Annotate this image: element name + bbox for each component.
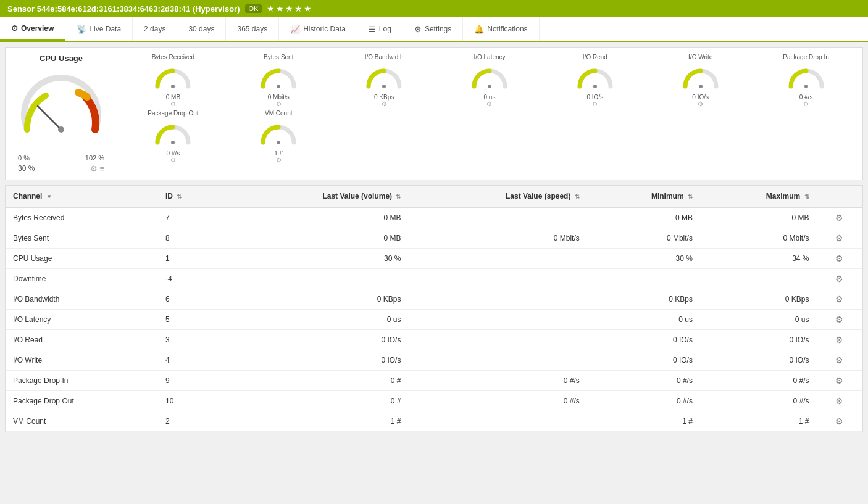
tab-30days[interactable]: 30 days — [177, 17, 226, 41]
cell-settings[interactable]: ⚙ — [817, 249, 863, 269]
row-settings-icon[interactable]: ⚙ — [835, 274, 843, 284]
svg-point-10 — [277, 141, 280, 144]
cell-maximum: 0 MB — [700, 207, 817, 228]
tab-2days[interactable]: 2 days — [133, 17, 177, 41]
tab-settings[interactable]: ⚙ Settings — [403, 17, 463, 41]
cell-settings[interactable]: ⚙ — [817, 350, 863, 371]
cell-channel: Downtime — [6, 269, 158, 289]
sensor-title: Sensor 544e:584e:612d:3161:3834:6463:2d3… — [7, 4, 240, 14]
row-settings-icon[interactable]: ⚙ — [835, 376, 843, 386]
cell-maximum — [700, 269, 817, 289]
cell-maximum: 0 IO/s — [700, 330, 817, 350]
row-settings-icon[interactable]: ⚙ — [835, 315, 843, 324]
gauge-io-write: I/O Write 0 IO/s ⚙ — [650, 54, 751, 107]
cell-last-speed — [408, 310, 586, 330]
cell-maximum: 0 KBps — [700, 289, 817, 310]
cpu-gauge-title: CPU Usage — [40, 54, 83, 63]
cell-last-volume: 0 KBps — [220, 289, 408, 310]
cell-minimum: 0 IO/s — [587, 350, 700, 371]
cell-minimum: 0 #/s — [587, 371, 700, 391]
tab-log[interactable]: ☰ Log — [357, 17, 403, 41]
cell-last-speed — [408, 269, 586, 289]
cell-last-speed — [408, 289, 586, 310]
col-minimum[interactable]: Minimum ⇅ — [587, 186, 700, 207]
col-last-volume[interactable]: Last Value (volume) ⇅ — [220, 186, 408, 207]
cell-channel: Package Drop Out — [6, 391, 158, 411]
tab-historic-data[interactable]: 📈 Historic Data — [279, 17, 357, 41]
cell-last-speed — [408, 411, 586, 432]
channels-table: Channel ▼ ID ⇅ Last Value (volume) ⇅ Las… — [6, 186, 862, 432]
table-row: I/O Read 3 0 IO/s 0 IO/s 0 IO/s ⚙ — [6, 330, 862, 350]
cell-minimum — [587, 269, 700, 289]
table-row: Bytes Received 7 0 MB 0 MB 0 MB ⚙ — [6, 207, 862, 228]
cell-minimum: 30 % — [587, 249, 700, 269]
svg-point-8 — [804, 85, 808, 88]
cell-settings[interactable]: ⚙ — [817, 207, 863, 228]
tab-live-data-label: Live Data — [90, 25, 121, 33]
svg-point-3 — [277, 85, 280, 88]
svg-point-6 — [593, 85, 597, 88]
channels-table-section: Channel ▼ ID ⇅ Last Value (volume) ⇅ Las… — [5, 185, 863, 432]
cell-channel: I/O Bandwidth — [6, 289, 158, 310]
cell-id: 2 — [158, 411, 220, 432]
cell-channel: VM Count — [6, 411, 158, 432]
tab-2days-label: 2 days — [144, 25, 165, 33]
gauge-package-drop-out: Package Drop Out 0 #/s ⚙ — [123, 110, 223, 163]
cell-maximum: 1 # — [700, 411, 817, 432]
col-maximum[interactable]: Maximum ⇅ — [700, 186, 817, 207]
col-last-speed[interactable]: Last Value (speed) ⇅ — [408, 186, 586, 207]
row-settings-icon[interactable]: ⚙ — [835, 294, 843, 304]
tab-overview-label: Overview — [21, 24, 54, 33]
col-actions — [817, 186, 863, 207]
tab-log-label: Log — [379, 25, 391, 33]
cell-settings[interactable]: ⚙ — [817, 371, 863, 391]
row-settings-icon[interactable]: ⚙ — [835, 213, 843, 223]
tab-notifications[interactable]: 🔔 Notifications — [463, 17, 539, 41]
row-settings-icon[interactable]: ⚙ — [835, 233, 843, 243]
svg-point-1 — [58, 126, 64, 133]
tab-365days[interactable]: 365 days — [226, 17, 279, 41]
gauge-bytes-sent: Bytes Sent 0 Mbit/s ⚙ — [228, 54, 329, 107]
col-id[interactable]: ID ⇅ — [158, 186, 220, 207]
svg-line-0 — [38, 106, 61, 130]
cpu-settings-icons[interactable]: ⚙ ≡ — [90, 164, 104, 173]
gauge-io-latency: I/O Latency 0 us ⚙ — [440, 54, 540, 107]
table-row: Bytes Sent 8 0 MB 0 Mbit/s 0 Mbit/s 0 Mb… — [6, 228, 862, 249]
col-channel[interactable]: Channel ▼ — [6, 186, 158, 207]
cell-channel: Bytes Sent — [6, 228, 158, 249]
cell-maximum: 0 #/s — [700, 371, 817, 391]
tab-overview[interactable]: ⊙ Overview — [0, 17, 65, 41]
row-settings-icon[interactable]: ⚙ — [835, 396, 843, 406]
cell-settings[interactable]: ⚙ — [817, 330, 863, 350]
cell-id: 10 — [158, 391, 220, 411]
cell-settings[interactable]: ⚙ — [817, 228, 863, 249]
cell-maximum: 0 IO/s — [700, 350, 817, 371]
cell-last-speed: 0 Mbit/s — [408, 228, 586, 249]
cell-last-volume: 0 MB — [220, 207, 408, 228]
historic-icon: 📈 — [290, 25, 300, 34]
row-settings-icon[interactable]: ⚙ — [835, 355, 843, 365]
cell-settings[interactable]: ⚙ — [817, 391, 863, 411]
cell-settings[interactable]: ⚙ — [817, 289, 863, 310]
gauge-io-bandwidth: I/O Bandwidth 0 KBps ⚙ — [334, 54, 435, 107]
tab-live-data[interactable]: 📡 Live Data — [65, 17, 133, 41]
cell-last-speed — [408, 330, 586, 350]
cell-minimum: 0 us — [587, 310, 700, 330]
cell-settings[interactable]: ⚙ — [817, 310, 863, 330]
gauge-io-read: I/O Read 0 IO/s ⚙ — [545, 54, 645, 107]
cell-maximum: 0 us — [700, 310, 817, 330]
cell-settings[interactable]: ⚙ — [817, 411, 863, 432]
cell-settings[interactable]: ⚙ — [817, 269, 863, 289]
row-settings-icon[interactable]: ⚙ — [835, 416, 843, 426]
cell-id: 1 — [158, 249, 220, 269]
cell-minimum: 0 Mbit/s — [587, 228, 700, 249]
table-row: Downtime -4 ⚙ — [6, 269, 862, 289]
cell-last-volume: 0 # — [220, 391, 408, 411]
table-row: Package Drop In 9 0 # 0 #/s 0 #/s 0 #/s … — [6, 371, 862, 391]
cell-last-volume: 0 IO/s — [220, 330, 408, 350]
cpu-gauge-svg — [12, 68, 111, 154]
cell-id: 7 — [158, 207, 220, 228]
row-settings-icon[interactable]: ⚙ — [835, 335, 843, 345]
row-settings-icon[interactable]: ⚙ — [835, 254, 843, 263]
cpu-gauge-labels: 0 % 102 % — [18, 154, 104, 162]
